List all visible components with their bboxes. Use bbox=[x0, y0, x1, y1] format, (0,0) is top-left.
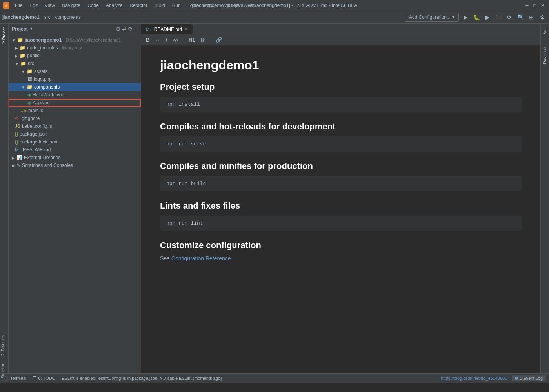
menu-analyze[interactable]: Analyze bbox=[103, 2, 126, 9]
tree-label-packagejson: package.json bbox=[20, 131, 47, 137]
tab-close-button[interactable]: ✕ bbox=[184, 27, 188, 32]
tree-label-babelconfig: babel.config.js bbox=[22, 123, 52, 129]
git-file-icon: ⊙ bbox=[15, 116, 19, 121]
terminal-label: Terminal bbox=[10, 376, 27, 381]
window-controls: ─ □ ✕ bbox=[524, 2, 546, 9]
md-heading-lint: Lints and fixes files bbox=[160, 201, 522, 211]
event-log-label: 1 Event Log bbox=[520, 376, 543, 381]
chevron-down-icon: ▼ bbox=[12, 38, 16, 42]
md-title: jiaochengdemo1 bbox=[160, 58, 522, 73]
tree-item-babelconfig[interactable]: JS babel.config.js bbox=[9, 122, 141, 130]
link-button[interactable]: 🔗 bbox=[214, 36, 224, 44]
tree-label-node-modules: node_modules bbox=[27, 45, 58, 51]
project-sidebar: Project ▾ ⊕ ⇄ ⚙ ─ ▼ 📁 jiaochengdemo1 D:\… bbox=[9, 24, 141, 373]
settings-icon[interactable]: ⚙ bbox=[538, 13, 547, 22]
md-body-text: See bbox=[160, 255, 171, 261]
menu-code[interactable]: Code bbox=[84, 2, 102, 9]
ant-tool-window[interactable]: Ant. bbox=[542, 25, 548, 37]
coverage-button[interactable]: ▶̲ bbox=[483, 13, 492, 22]
tree-item-gitignore[interactable]: ⊙ .gitignore bbox=[9, 114, 141, 122]
event-log-button[interactable]: 1 Event Log bbox=[512, 375, 546, 381]
tree-label-components: components bbox=[34, 84, 60, 90]
tree-item-packagelock[interactable]: {} package-lock.json bbox=[9, 138, 141, 146]
todo-button[interactable]: ☰ 6: TODO bbox=[33, 376, 56, 381]
h1-button[interactable]: H1 bbox=[187, 36, 197, 44]
italic-button[interactable]: I bbox=[164, 36, 169, 44]
js-file-icon: JS bbox=[21, 108, 27, 113]
layout-button[interactable]: ⊞ bbox=[527, 13, 536, 22]
tree-item-packagejson[interactable]: {} package.json bbox=[9, 130, 141, 138]
database-tool-window[interactable]: Database bbox=[542, 45, 548, 66]
menu-build[interactable]: Build bbox=[151, 2, 168, 9]
search-button[interactable]: 🔍 bbox=[516, 13, 525, 22]
code-button[interactable]: </> bbox=[171, 37, 180, 43]
menu-run[interactable]: Run bbox=[169, 2, 184, 9]
sidebar-dropdown-arrow[interactable]: ▾ bbox=[30, 26, 33, 31]
bold-button[interactable]: B bbox=[144, 36, 151, 44]
heading-decrease-button[interactable]: H↑ bbox=[199, 37, 207, 43]
status-bar: ⬛ Terminal ☰ 6: TODO ESLint is enabled: … bbox=[0, 373, 549, 383]
markdown-toolbar: B ↔ I </> H1 H↑ 🔗 bbox=[141, 34, 540, 45]
folder-icon: 📁 bbox=[20, 61, 26, 66]
scroll-from-source-icon[interactable]: ⇄ bbox=[122, 26, 126, 32]
tree-item-readme[interactable]: M↓ README.md bbox=[9, 146, 141, 154]
debug-button[interactable]: 🐛 bbox=[472, 13, 481, 22]
project-tool-window[interactable]: 1: Project bbox=[1, 25, 7, 46]
tree-item-assets[interactable]: ▼ 📁 assets bbox=[9, 67, 141, 75]
title-bar: J File Edit View Navigate Code Analyze R… bbox=[0, 0, 549, 11]
close-button[interactable]: ✕ bbox=[540, 2, 546, 9]
image-file-icon: 🖼 bbox=[27, 76, 32, 82]
menu-refactor[interactable]: Refactor bbox=[127, 2, 151, 9]
maximize-button[interactable]: □ bbox=[532, 2, 538, 9]
tree-item-appvue[interactable]: ◈ App.vue bbox=[9, 99, 141, 107]
tree-label-packagelock: package-lock.json bbox=[20, 139, 57, 145]
breadcrumb-project[interactable]: jiaochengdemo1 bbox=[2, 15, 40, 20]
stop-button[interactable]: ⬛ bbox=[494, 13, 503, 22]
gear-icon[interactable]: ⚙ bbox=[128, 26, 133, 32]
project-icon: 📁 bbox=[17, 37, 23, 43]
locate-icon[interactable]: ⊕ bbox=[116, 26, 120, 32]
tab-readme[interactable]: M↓ README.md ✕ bbox=[141, 24, 193, 34]
breadcrumb-src[interactable]: src bbox=[44, 15, 51, 20]
chevron-right-icon: ▶ bbox=[15, 54, 18, 58]
tree-item-src[interactable]: ▼ 📁 src bbox=[9, 60, 141, 67]
md-heading-hot-reloads: Compiles and hot-reloads for development bbox=[160, 122, 522, 132]
library-root-badge: library root bbox=[62, 45, 82, 50]
tree-item-logo[interactable]: 🖼 logo.png bbox=[9, 75, 141, 83]
add-configuration-button[interactable]: Add Configuration... ▾ bbox=[405, 13, 459, 22]
md-code-npm-build: npm run build bbox=[160, 176, 522, 191]
external-library-icon: 📊 bbox=[16, 155, 22, 160]
menu-edit[interactable]: Edit bbox=[26, 2, 41, 9]
tree-item-root[interactable]: ▼ 📁 jiaochengdemo1 D:\javaWeb\jiaochengd… bbox=[9, 36, 141, 44]
tree-item-scratches[interactable]: ▶ ✎ Scratches and Consoles bbox=[9, 162, 141, 169]
tree-item-mainjs[interactable]: JS main.js bbox=[9, 107, 141, 114]
tree-item-external-libraries[interactable]: ▶ 📊 External Libraries bbox=[9, 154, 141, 162]
build-button[interactable]: ⟳ bbox=[505, 13, 514, 22]
md-file-icon: M↓ bbox=[146, 27, 152, 32]
tree-label-readme: README.md bbox=[23, 147, 51, 152]
folder-icon: 📁 bbox=[27, 69, 33, 74]
configuration-reference-link[interactable]: Configuration Reference. bbox=[171, 255, 233, 261]
chevron-down-icon: ▼ bbox=[15, 62, 19, 66]
menu-view[interactable]: View bbox=[42, 2, 58, 9]
strikethrough-button[interactable]: ↔ bbox=[153, 36, 162, 44]
collapse-icon[interactable]: ─ bbox=[134, 26, 138, 32]
run-button[interactable]: ▶ bbox=[461, 13, 470, 22]
menu-file[interactable]: File bbox=[12, 2, 25, 9]
tree-label-public: public bbox=[27, 53, 39, 58]
editor-tabs: M↓ README.md ✕ bbox=[141, 24, 540, 34]
tree-item-components[interactable]: ▼ 📁 components bbox=[9, 83, 141, 91]
folder-icon: 📁 bbox=[20, 45, 25, 51]
tree-item-helloworld[interactable]: ◈ HelloWorld.vue bbox=[9, 91, 141, 99]
tree-label-scratches: Scratches and Consoles bbox=[22, 163, 73, 168]
favorites-button[interactable]: 2: Favorites bbox=[0, 334, 9, 357]
breadcrumb-components[interactable]: components bbox=[55, 15, 81, 20]
minimize-button[interactable]: ─ bbox=[524, 2, 530, 9]
structure-button[interactable]: Structure bbox=[0, 361, 9, 380]
tree-item-public[interactable]: ▶ 📁 public bbox=[9, 52, 141, 60]
status-url: https://blog.csdn.net/qq_46140800 bbox=[441, 376, 507, 381]
menu-navigate[interactable]: Navigate bbox=[59, 2, 84, 9]
tree-item-node-modules[interactable]: ▶ 📁 node_modules library root bbox=[9, 44, 141, 52]
right-tool-strip: Ant. Database bbox=[540, 24, 549, 373]
chevron-down-icon: ▼ bbox=[21, 69, 25, 74]
